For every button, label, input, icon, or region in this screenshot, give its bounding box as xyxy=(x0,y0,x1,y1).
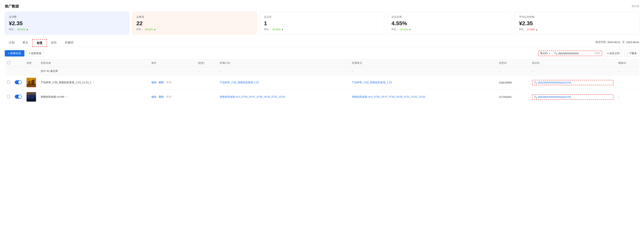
svg-rect-2 xyxy=(28,81,30,85)
row1-checkbox[interactable] xyxy=(7,81,10,84)
toolbar-row: + 新建创意 ≡ 创意筛选 笔记ID ▾ 🔍 24/50 ≡ 自定义列 ↓ 下载… xyxy=(5,50,639,57)
tab-plan[interactable]: 计划 xyxy=(5,39,18,47)
svg-rect-3 xyxy=(31,80,34,85)
row1-creative-id: 218218656 xyxy=(499,81,512,84)
row2-spec-id-cell: - xyxy=(616,90,639,104)
select-all-checkbox[interactable] xyxy=(7,61,10,64)
summary-empty-2 xyxy=(12,67,24,76)
row2-del-btn[interactable]: 删除 xyxy=(159,95,164,98)
stat-change-val-spend: -99.92% xyxy=(17,28,26,31)
row2-plan-link[interactable]: 智能创意改版-rd-3_0730_16:47_0730_16:55_0731_1… xyxy=(220,95,285,98)
row1-note-id-cell: 🔍 66828fb5000000000a02479c xyxy=(530,76,616,90)
row1-name-edit-icon[interactable]: ✎ xyxy=(93,81,95,84)
row2-creative-id: 217343261 xyxy=(499,96,512,98)
summary-dash-plan: - xyxy=(217,67,350,76)
summary-label: 合计 41 条记录 xyxy=(38,67,149,76)
row1-unit-link[interactable]: 产品种草_计划_智能创意复现_1:23 xyxy=(352,81,392,84)
row2-checkbox[interactable] xyxy=(7,95,10,98)
th-unit: 所属单元 xyxy=(350,59,496,67)
date-to-label: 至 xyxy=(622,40,625,44)
th-creative-img: 创意 xyxy=(24,59,38,67)
stat-change-val-click: -99.94% xyxy=(272,28,281,31)
row1-spec-id: - xyxy=(618,81,619,84)
stat-change-label-cpc: 环比： xyxy=(519,28,526,31)
tabs-row: 计划 单元 创意 定向 关键词 数据范围 2024-08-01 至 2024-0… xyxy=(5,39,639,47)
stat-change-label-impression: 环比： xyxy=(136,28,144,31)
row1-note-id-value[interactable]: 66828fb5000000000a02479c xyxy=(538,81,571,84)
row1-thumb-cell xyxy=(24,76,38,90)
filter-type-select[interactable]: 笔记ID ▾ xyxy=(540,52,550,55)
row2-appeal-btn[interactable]: 申诉 xyxy=(166,95,172,98)
th-create: (创意) xyxy=(196,59,217,67)
table-row: 智能创意改版-rd-444 ✎ 编辑 删除 申诉 智能创意改版-rd-3_073… xyxy=(5,90,639,104)
stat-change-val-cpc: 27.03% xyxy=(527,28,535,31)
filter-input[interactable] xyxy=(558,52,594,55)
row2-thumb xyxy=(26,92,36,102)
row2-unit-link[interactable]: 智能创意改版-rd-3_0730_16:47_0730_16:55_0731_1… xyxy=(352,95,425,98)
date-to: 2024-08-01 xyxy=(626,41,640,44)
row2-thumb-cell xyxy=(24,90,38,104)
row2-action-cell: 编辑 删除 申诉 xyxy=(149,90,196,104)
row2-name-edit-icon[interactable]: ✎ xyxy=(66,96,68,98)
row1-create-cell xyxy=(196,76,217,90)
stat-card-total-click: 总点击 1 环比： -99.94% xyxy=(260,12,384,34)
row1-action-cell: 编辑 删除 申诉 xyxy=(149,76,196,90)
stat-label-spend: 总消费 xyxy=(9,15,125,19)
row1-note-id-with-icon: 🔍 66828fb5000000000a02479c xyxy=(534,81,612,84)
stat-change-impression: 环比： -99.92% xyxy=(136,28,252,31)
stat-change-cpc: 环比： 27.03% xyxy=(519,28,635,31)
th-spec-id: 规格ID xyxy=(616,59,639,67)
row1-plan-link[interactable]: 产品种草_计划_智能创意复现 1:23 xyxy=(220,81,259,84)
stat-label-cpc: 平均点击价格 xyxy=(519,15,635,19)
svg-rect-7 xyxy=(28,95,30,99)
tab-targeting[interactable]: 定向 xyxy=(47,39,60,47)
row1-checkbox-cell xyxy=(5,76,12,90)
row1-name-cell: 产品种草_计划_智能创意复现_1:23_11:23_1 ✎ xyxy=(38,76,149,90)
stat-arrow-click xyxy=(282,28,284,31)
download-button[interactable]: ↓ 下载表 xyxy=(624,50,639,57)
expand-button[interactable]: 展开图 xyxy=(632,4,639,8)
page-header: 推广数据 展开图 xyxy=(5,4,639,9)
tab-unit[interactable]: 单元 xyxy=(18,39,32,47)
stats-row: 总消费 ¥2.35 环比： -99.92% 总展现 22 环比： -99.92%… xyxy=(5,12,639,34)
chevron-down-icon: ▾ xyxy=(549,52,550,54)
svg-rect-9 xyxy=(26,92,36,95)
filter-button[interactable]: ≡ 创意筛选 xyxy=(26,50,44,57)
table-row: 产品种草_计划_智能创意复现_1:23_11:23_1 ✎ 编辑 删除 申诉 产… xyxy=(5,76,639,90)
new-creative-button[interactable]: + 新建创意 xyxy=(5,50,24,56)
summary-dash-create: - xyxy=(196,67,217,76)
toolbar-left: + 新建创意 ≡ 创意筛选 xyxy=(5,50,44,57)
summary-empty-4 xyxy=(149,67,196,76)
tab-keyword[interactable]: 关键词 xyxy=(60,39,77,47)
row1-edit-btn[interactable]: 编辑 xyxy=(151,81,156,84)
row1-toggle[interactable] xyxy=(15,80,22,84)
summary-empty-3 xyxy=(24,67,38,76)
th-creative-id: 创意ID xyxy=(496,59,530,67)
stat-card-total-spend: 总消费 ¥2.35 环比： -99.92% xyxy=(5,12,129,34)
row1-appeal-btn[interactable]: 申诉 xyxy=(166,81,172,84)
row1-creative-id-cell: 218218656 xyxy=(496,76,530,90)
th-checkbox xyxy=(5,59,12,67)
search-icon: 🔍 xyxy=(554,52,558,55)
stat-arrow-spend xyxy=(26,28,28,31)
stat-change-val-ctr: -24.42% xyxy=(399,28,408,31)
filter-type-label: 笔记ID xyxy=(540,52,548,55)
stat-card-total-impression: 总展现 22 环比： -99.92% xyxy=(132,12,257,34)
row2-toggle[interactable] xyxy=(15,95,22,99)
th-action: 操作 xyxy=(149,59,196,67)
row1-unit-cell: 产品种草_计划_智能创意复现_1:23 xyxy=(350,76,496,90)
th-plan: 所属计划 xyxy=(217,59,350,67)
stat-card-avg-cpc: 平均点击价格 ¥2.35 环比： 27.03% xyxy=(515,12,639,34)
stat-arrow-cpc xyxy=(536,28,538,31)
row2-edit-btn[interactable]: 编辑 xyxy=(151,95,156,98)
filter-count: 24/50 xyxy=(594,52,600,55)
summary-empty-1 xyxy=(5,67,12,76)
row2-note-id-value[interactable]: 66828fb5000000000a02479c xyxy=(538,96,571,98)
tab-creative[interactable]: 创意 xyxy=(32,39,47,47)
row1-del-btn[interactable]: 删除 xyxy=(159,81,164,84)
tabs-left: 计划 单元 创意 定向 关键词 xyxy=(5,39,77,47)
row1-plan-cell: 产品种草_计划_智能创意复现 1:23 xyxy=(217,76,350,90)
filter-search-box: 🔍 24/50 xyxy=(554,52,600,55)
stat-change-label-ctr: 环比： xyxy=(392,28,398,31)
custom-column-button[interactable]: ≡ 自定义列 xyxy=(605,50,622,57)
